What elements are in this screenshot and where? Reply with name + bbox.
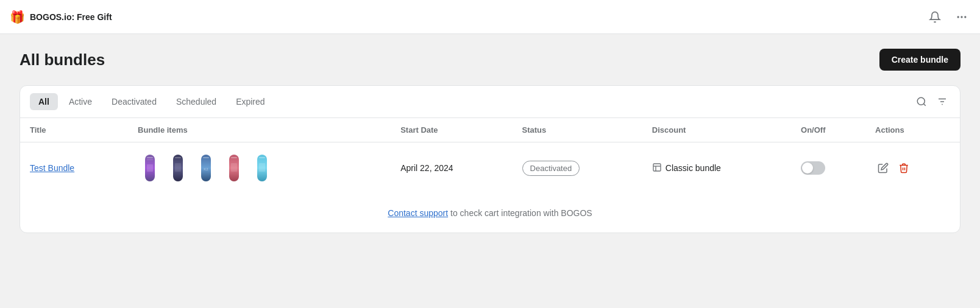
bundle-title-link[interactable]: Test Bundle xyxy=(30,163,74,173)
svg-rect-13 xyxy=(175,157,181,158)
bundle-items-list: K2 xyxy=(138,152,381,184)
bundle-toggle[interactable] xyxy=(801,161,825,175)
footer-rest-text: to check cart integration with BOGOS xyxy=(448,208,592,218)
app-title: BOGOS.io: Free Gift xyxy=(30,12,112,22)
col-discount: Discount xyxy=(642,118,791,142)
table-body: Test Bundle xyxy=(20,142,960,194)
table-row: Test Bundle xyxy=(20,142,960,194)
svg-point-3 xyxy=(917,97,925,105)
tab-scheduled[interactable]: Scheduled xyxy=(168,93,225,110)
svg-rect-9 xyxy=(147,157,153,158)
footer-note: Contact support to check cart integratio… xyxy=(20,194,960,233)
contact-support-link[interactable]: Contact support xyxy=(388,208,448,218)
tab-all[interactable]: All xyxy=(30,93,58,110)
bundle-item-3: K2 xyxy=(194,152,218,184)
discount-type: Classic bundle xyxy=(666,163,721,173)
bundle-title-cell: Test Bundle xyxy=(20,142,128,194)
svg-rect-16 xyxy=(203,157,209,158)
col-on-off: On/Off xyxy=(791,118,865,142)
page-title: All bundles xyxy=(20,51,105,69)
main-content: All bundles Create bundle All Active Dea… xyxy=(0,34,980,248)
tab-active[interactable]: Active xyxy=(60,93,101,110)
svg-point-2 xyxy=(964,16,966,18)
search-button[interactable] xyxy=(914,94,929,110)
bundle-discount-cell: Classic bundle xyxy=(642,142,791,194)
delete-bundle-button[interactable] xyxy=(896,160,912,176)
svg-rect-20 xyxy=(231,163,237,172)
bundle-item-2 xyxy=(166,152,190,184)
edit-bundle-button[interactable] xyxy=(875,160,891,176)
more-options-button[interactable] xyxy=(953,9,970,26)
bundle-item-1 xyxy=(138,152,162,184)
col-status: Status xyxy=(513,118,642,142)
svg-rect-24 xyxy=(653,164,661,171)
svg-rect-11 xyxy=(147,164,153,172)
svg-line-4 xyxy=(923,103,925,105)
col-start-date: Start Date xyxy=(391,118,512,142)
discount-info: Classic bundle xyxy=(652,163,781,174)
col-actions: Actions xyxy=(865,118,960,142)
top-bar-actions xyxy=(926,9,970,26)
bundle-status-cell: Deactivated xyxy=(513,142,642,194)
toggle-thumb xyxy=(802,163,813,173)
top-bar: 🎁 BOGOS.io: Free Gift xyxy=(0,0,980,34)
svg-point-1 xyxy=(960,16,962,18)
svg-text:K2: K2 xyxy=(204,167,208,171)
bundle-actions-cell xyxy=(865,142,960,194)
svg-point-0 xyxy=(957,16,959,18)
bundle-item-5 xyxy=(250,152,274,184)
app-icon: 🎁 xyxy=(10,10,25,24)
col-bundle-items: Bundle items xyxy=(128,118,391,142)
actions-buttons xyxy=(875,160,950,176)
filter-actions xyxy=(914,94,950,110)
filter-bar: All Active Deactivated Scheduled Expired xyxy=(20,86,960,118)
tab-expired[interactable]: Expired xyxy=(227,93,273,110)
filter-tabs: All Active Deactivated Scheduled Expired xyxy=(30,93,274,110)
svg-rect-22 xyxy=(259,157,265,158)
bundles-table: Title Bundle items Start Date Status Dis… xyxy=(20,118,960,194)
page-header: All bundles Create bundle xyxy=(20,49,960,71)
notification-bell-button[interactable] xyxy=(926,9,943,26)
bundle-toggle-cell xyxy=(791,142,865,194)
discount-icon xyxy=(652,163,662,174)
bundle-item-4 xyxy=(222,152,246,184)
col-title: Title xyxy=(20,118,128,142)
filter-options-button[interactable] xyxy=(934,94,950,110)
status-badge: Deactivated xyxy=(522,161,580,176)
bundle-start-date: April 22, 2024 xyxy=(391,142,512,194)
bundle-items-cell: K2 xyxy=(128,142,391,194)
svg-rect-19 xyxy=(231,157,237,158)
app-branding: 🎁 BOGOS.io: Free Gift xyxy=(10,10,112,24)
create-bundle-button[interactable]: Create bundle xyxy=(879,49,960,71)
table-header: Title Bundle items Start Date Status Dis… xyxy=(20,118,960,142)
svg-rect-14 xyxy=(175,163,181,172)
svg-rect-23 xyxy=(259,163,265,172)
bundles-card: All Active Deactivated Scheduled Expired xyxy=(20,85,960,233)
tab-deactivated[interactable]: Deactivated xyxy=(103,93,165,110)
svg-rect-10 xyxy=(147,159,153,160)
